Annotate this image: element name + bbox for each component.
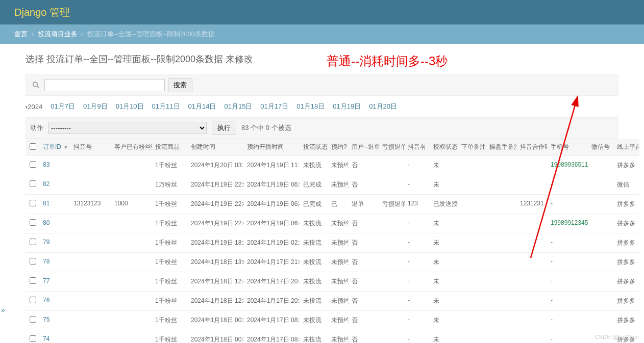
- date-link[interactable]: 01月10日: [116, 102, 144, 110]
- date-back[interactable]: ‹2024: [26, 103, 42, 111]
- action-go-button[interactable]: 执行: [212, 121, 236, 135]
- row-checkbox[interactable]: [30, 161, 36, 168]
- row-checkbox[interactable]: [30, 239, 36, 245]
- column-header[interactable]: 抖音合作码: [517, 139, 548, 156]
- header-bar: Django 管理: [0, 0, 644, 24]
- cell: 75: [40, 311, 70, 330]
- column-header[interactable]: 投流状态: [300, 139, 328, 156]
- cell: [486, 311, 517, 330]
- order-id-link[interactable]: 82: [43, 180, 49, 188]
- column-header[interactable]: 用户--退单: [349, 139, 379, 156]
- column-header[interactable]: 订单ID▼: [40, 139, 70, 156]
- cell: 1万粉丝: [152, 175, 188, 195]
- order-id-link[interactable]: 75: [43, 316, 49, 323]
- cell: [486, 156, 517, 175]
- column-header[interactable]: 抖音名: [405, 139, 430, 156]
- cell: [26, 330, 40, 344]
- order-id-link[interactable]: 83: [43, 161, 49, 168]
- cell: 2024年1月17日 21:07: [244, 253, 300, 272]
- column-header[interactable]: 预约开播时间: [244, 139, 300, 156]
- cell: [486, 292, 517, 311]
- order-id-link[interactable]: 79: [43, 239, 49, 246]
- search-button[interactable]: 搜索: [168, 78, 192, 92]
- cell: 未预约: [328, 214, 349, 233]
- cell: 未投流: [300, 330, 328, 344]
- row-checkbox[interactable]: [30, 316, 36, 323]
- cell: -: [405, 253, 430, 272]
- cell: [379, 330, 405, 344]
- date-link[interactable]: 01月18日: [296, 102, 325, 110]
- date-link[interactable]: 01月9日: [83, 102, 108, 110]
- order-id-link[interactable]: 81: [43, 200, 49, 207]
- cell: 未: [430, 272, 458, 292]
- table-row: 821万粉丝2024年1月19日 22:522024年1月19日 06:52已完…: [26, 175, 639, 195]
- cell: 未预约: [328, 156, 349, 175]
- cell: [517, 214, 548, 233]
- column-header[interactable]: 亏损退单: [379, 139, 405, 156]
- row-checkbox[interactable]: [30, 297, 36, 303]
- column-header[interactable]: 抖音号: [70, 139, 111, 156]
- cell: [588, 175, 614, 195]
- cell: 已完成: [300, 195, 328, 214]
- column-header[interactable]: 投流商品: [152, 139, 188, 156]
- cell: [517, 272, 548, 292]
- cell: 2024年1月19日 22:44: [188, 214, 244, 233]
- row-checkbox[interactable]: [30, 335, 36, 342]
- table-row: 781千粉丝2024年1月18日 13:072024年1月17日 21:07未投…: [26, 253, 639, 272]
- order-id-link[interactable]: 77: [43, 277, 49, 284]
- search-input[interactable]: [44, 79, 165, 91]
- action-select[interactable]: ---------: [48, 122, 207, 134]
- cell: [588, 272, 614, 292]
- date-link[interactable]: 01月14日: [188, 102, 216, 110]
- row-checkbox[interactable]: [30, 200, 36, 206]
- site-title[interactable]: Django 管理: [14, 6, 70, 19]
- cell: 拼多多: [614, 214, 639, 233]
- cell: 未预约: [328, 330, 349, 344]
- cell: [517, 175, 548, 195]
- cell: [111, 272, 152, 292]
- date-link[interactable]: 01月11日: [152, 102, 180, 110]
- table-row: 741千粉丝2024年1月18日 00:382024年1月17日 08:38未投…: [26, 330, 639, 344]
- column-header[interactable]: 线上平台: [614, 139, 639, 156]
- cell: 78: [40, 253, 70, 272]
- date-link[interactable]: 01月7日: [51, 102, 75, 110]
- breadcrumb-home[interactable]: 首页: [14, 30, 28, 38]
- breadcrumb-app[interactable]: 投流项目业务: [38, 30, 78, 38]
- row-checkbox[interactable]: [30, 219, 36, 226]
- cell: -: [405, 311, 430, 330]
- nav-toggle[interactable]: »: [1, 306, 5, 314]
- column-header[interactable]: 客户已有粉丝数量: [111, 139, 152, 156]
- cell: [70, 156, 111, 175]
- column-header[interactable]: 下单备注: [458, 139, 486, 156]
- cell: 拼多多: [614, 156, 639, 175]
- cell: 2024年1月19日 02:29: [244, 233, 300, 253]
- column-header[interactable]: 微信号: [588, 139, 614, 156]
- row-checkbox[interactable]: [30, 277, 36, 284]
- order-id-link[interactable]: 78: [43, 258, 49, 265]
- cell: 否: [349, 253, 379, 272]
- row-checkbox[interactable]: [30, 180, 36, 187]
- cell: 未: [430, 330, 458, 344]
- date-link[interactable]: 01月15日: [224, 102, 252, 110]
- column-header[interactable]: 创建时间: [188, 139, 244, 156]
- cell: [111, 292, 152, 311]
- table-row: 771千粉丝2024年1月18日 12:482024年1月17日 20:48未投…: [26, 272, 639, 292]
- row-checkbox[interactable]: [30, 258, 36, 265]
- cell: 未: [430, 233, 458, 253]
- cell: 否: [349, 175, 379, 195]
- column-header[interactable]: 预约?: [328, 139, 349, 156]
- order-id-link[interactable]: 74: [43, 335, 49, 342]
- cell: 2024年1月19日 22:48: [188, 195, 244, 214]
- order-id-link[interactable]: 80: [43, 219, 49, 226]
- date-nav: ‹2024 01月7日01月9日01月10日01月11日01月14日01月15日…: [26, 102, 618, 111]
- date-link[interactable]: 01月17日: [260, 102, 288, 110]
- order-id-link[interactable]: 76: [43, 297, 49, 304]
- select-all-checkbox[interactable]: [30, 143, 36, 150]
- cell: [458, 156, 486, 175]
- column-header[interactable]: 操盘手备注: [486, 139, 517, 156]
- date-link[interactable]: 01月20日: [369, 102, 397, 110]
- column-header[interactable]: 授权状态: [430, 139, 458, 156]
- cell: [26, 233, 40, 253]
- date-link[interactable]: 01月19日: [333, 102, 361, 110]
- column-header[interactable]: 手机号: [548, 139, 588, 156]
